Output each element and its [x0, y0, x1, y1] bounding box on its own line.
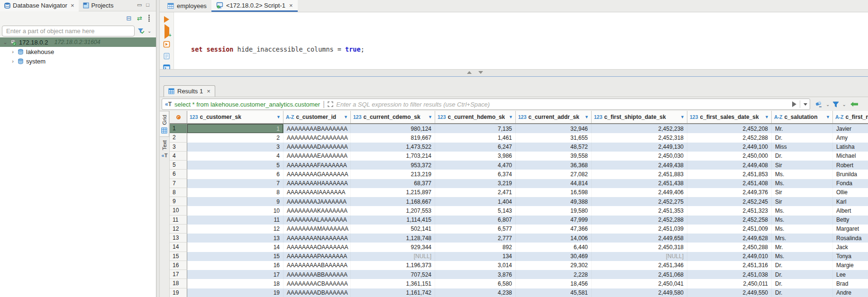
grid-cell[interactable]: 14,006 [516, 234, 592, 243]
grid-cell[interactable]: AAAAAAAAFAAAAAAA [283, 161, 351, 170]
filter-settings-icon[interactable] [137, 28, 145, 34]
grid-cell[interactable]: 953,372 [351, 161, 435, 170]
row-number[interactable]: 10 [170, 206, 187, 215]
grid-cell[interactable]: AAAAAAAAKAAAAAAA [283, 206, 351, 215]
row-number[interactable]: 11 [170, 216, 187, 225]
grid-cell[interactable]: Latisha [833, 143, 868, 152]
row-number[interactable]: 8 [170, 188, 187, 197]
column-header-c_customer_sk[interactable]: 123c_customer_sk▼ [187, 111, 283, 123]
close-icon[interactable]: × [207, 88, 210, 94]
chevron-down-icon[interactable]: ⌄ [826, 102, 830, 107]
grid-cell[interactable]: 4,238 [435, 288, 516, 297]
grid-cell[interactable]: 2,451,853 [687, 170, 772, 179]
grid-cell[interactable]: Brad [833, 279, 868, 288]
grid-cell[interactable]: 16,598 [516, 188, 592, 197]
grid-cell[interactable]: [NULL] [592, 252, 687, 261]
grid-cell[interactable]: 7,135 [435, 124, 516, 133]
grid-cell[interactable]: 18 [187, 279, 283, 288]
collapse-down-icon[interactable] [478, 71, 483, 74]
grid-cell[interactable]: 19,580 [516, 206, 592, 215]
grid-cell[interactable]: AAAAAAAAHAAAAAAA [283, 179, 351, 188]
grid-cell[interactable]: Sir [772, 197, 833, 206]
grid-cell[interactable]: 7 [187, 179, 283, 188]
grid-cell[interactable]: 1,161,742 [351, 288, 435, 297]
grid-cell[interactable]: Dr. [772, 279, 833, 288]
grid-cell[interactable]: 6,247 [435, 143, 516, 152]
row-number[interactable]: 15 [170, 252, 187, 261]
expand-filter-icon[interactable] [328, 101, 333, 107]
grid-cell[interactable]: 6,577 [435, 225, 516, 234]
tab-script-1[interactable]: <172.18.0.2> Script-1 × [211, 0, 298, 12]
grid-cell[interactable]: 2,450,318 [592, 243, 687, 252]
explain-plan-button[interactable] [163, 53, 170, 60]
tree-item-lakehouse[interactable]: › lakehouse [0, 47, 156, 56]
grid-cell[interactable]: 2,451,346 [592, 261, 687, 270]
grid-cell[interactable]: 2,449,580 [592, 288, 687, 297]
grid-cell[interactable]: 2,452,238 [592, 124, 687, 133]
grid-cell[interactable]: 16 [187, 261, 283, 270]
grid-cell[interactable]: 2,452,245 [687, 197, 772, 206]
grid-cell[interactable]: 2,449,130 [592, 143, 687, 152]
grid-cell[interactable]: 1,703,214 [351, 152, 435, 161]
grid-cell[interactable]: 47,366 [516, 225, 592, 234]
column-header-c_current_cdemo_sk[interactable]: 123c_current_cdemo_sk▼ [351, 111, 435, 123]
grid-cell[interactable]: 3,986 [435, 152, 516, 161]
grid-cell[interactable]: 9 [187, 197, 283, 206]
execute-script-button[interactable] [163, 41, 170, 48]
row-number[interactable]: 18 [170, 279, 187, 288]
grid-cell[interactable]: Ms. [772, 179, 833, 188]
grid-cell[interactable]: 1,404 [435, 197, 516, 206]
presentation-tab-grid[interactable]: Grid [160, 111, 169, 137]
grid-cell[interactable]: Dr. [772, 133, 833, 142]
filters-menu-icon[interactable] [832, 101, 839, 108]
grid-cell[interactable]: AAAAAAAAPAAAAAAA [283, 252, 351, 261]
grid-cell[interactable]: 17 [187, 270, 283, 279]
close-icon[interactable]: × [289, 2, 293, 9]
presentation-tab-text[interactable]: Text «T [160, 137, 169, 161]
grid-cell[interactable]: Michael [833, 152, 868, 161]
row-number[interactable]: 12 [170, 225, 187, 234]
grid-cell[interactable]: 15 [187, 252, 283, 261]
grid-cell[interactable]: AAAAAAAABAAAAAAA [283, 124, 351, 133]
grid-cell[interactable]: 2,449,100 [687, 143, 772, 152]
grid-cell[interactable]: AAAAAAAAGAAAAAAA [283, 170, 351, 179]
grid-cell[interactable]: 6 [187, 170, 283, 179]
column-header-c_first_sales_date_sk[interactable]: 123c_first_sales_date_sk▼ [687, 111, 772, 123]
results-filter-input[interactable]: «T select * from lakehouse.customer_anal… [162, 99, 810, 110]
grid-cell[interactable]: [NULL] [351, 252, 435, 261]
grid-cell[interactable]: 1,168,667 [351, 197, 435, 206]
grid-cell[interactable]: 502,141 [351, 225, 435, 234]
grid-cell[interactable]: Lee [833, 270, 868, 279]
row-number[interactable]: 13 [170, 234, 187, 243]
grid-cell[interactable]: 18,456 [516, 279, 592, 288]
grid-cell[interactable]: 6,580 [435, 279, 516, 288]
grid-cell[interactable]: 44,814 [516, 179, 592, 188]
grid-cell[interactable]: 5 [187, 161, 283, 170]
grid-cell[interactable]: 2,450,041 [592, 279, 687, 288]
grid-cell[interactable]: 47,999 [516, 216, 592, 225]
grid-cell[interactable]: AAAAAAAAJAAAAAAA [283, 197, 351, 206]
sort-dropdown-icon[interactable]: ▼ [765, 115, 769, 119]
grid-cell[interactable]: 2,228 [516, 270, 592, 279]
chevron-down-icon[interactable]: ⌄ [842, 102, 846, 107]
grid-cell[interactable]: 2,449,408 [687, 161, 772, 170]
grid-cell[interactable]: 3,014 [435, 261, 516, 270]
grid-cell[interactable]: Andre [833, 288, 868, 297]
grid-cell[interactable]: Margie [833, 261, 868, 270]
chevron-expanded-icon[interactable]: ⌄ [3, 39, 8, 45]
close-icon[interactable]: × [71, 2, 74, 9]
grid-cell[interactable]: 2,452,318 [592, 133, 687, 142]
grid-cell[interactable]: AAAAAAAAEAAAAAAA [283, 152, 351, 161]
tree-item-system[interactable]: › system [0, 56, 156, 66]
chevron-down-icon[interactable]: ⌄ [147, 28, 151, 34]
grid-cell[interactable]: 892 [435, 243, 516, 252]
sort-dropdown-icon[interactable]: ▼ [344, 115, 348, 119]
row-number[interactable]: 17 [170, 270, 187, 279]
grid-cell[interactable]: 45,581 [516, 288, 592, 297]
grid-cell[interactable]: 2,450,288 [687, 243, 772, 252]
grid-cell[interactable]: 6,374 [435, 170, 516, 179]
grid-cell[interactable]: 2,777 [435, 234, 516, 243]
column-header-c_first_shipto_date_sk[interactable]: 123c_first_shipto_date_sk▼ [592, 111, 687, 123]
grid-cell[interactable]: AAAAAAAADBAAAAAA [283, 288, 351, 297]
apply-filter-icon[interactable] [792, 101, 796, 107]
